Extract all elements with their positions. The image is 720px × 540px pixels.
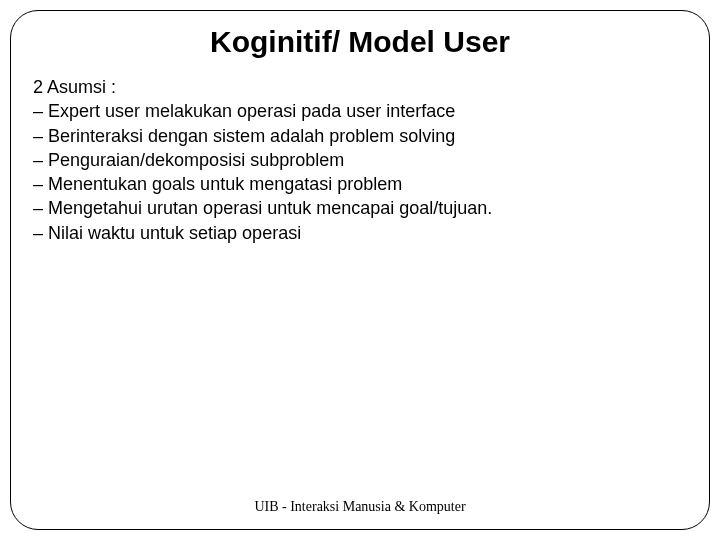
bullet-item: – Menentukan goals untuk mengatasi probl… xyxy=(33,172,687,196)
slide-footer: UIB - Interaksi Manusia & Komputer xyxy=(11,499,709,515)
bullet-item: – Expert user melakukan operasi pada use… xyxy=(33,99,687,123)
bullet-item: – Mengetahui urutan operasi untuk mencap… xyxy=(33,196,687,220)
slide-frame: Koginitif/ Model User 2 Asumsi : – Exper… xyxy=(10,10,710,530)
slide-title: Koginitif/ Model User xyxy=(33,25,687,59)
bullet-item: – Nilai waktu untuk setiap operasi xyxy=(33,221,687,245)
intro-line: 2 Asumsi : xyxy=(33,75,687,99)
bullet-item: – Penguraian/dekomposisi subproblem xyxy=(33,148,687,172)
slide-body: 2 Asumsi : – Expert user melakukan opera… xyxy=(33,75,687,245)
bullet-item: – Berinteraksi dengan sistem adalah prob… xyxy=(33,124,687,148)
